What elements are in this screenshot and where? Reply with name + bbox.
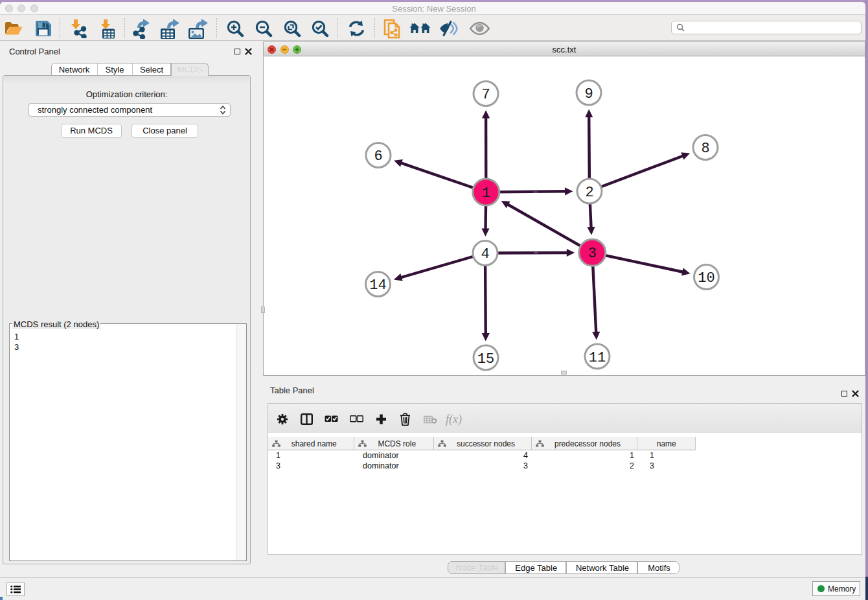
svg-text:3: 3 [588,246,597,262]
svg-text:1: 1 [482,185,490,202]
svg-text:11: 11 [589,350,606,366]
svg-text:10: 10 [698,270,714,286]
svg-text:15: 15 [477,351,494,367]
svg-text:14: 14 [369,277,386,294]
svg-text:7: 7 [481,87,490,103]
svg-text:6: 6 [374,148,382,165]
svg-text:4: 4 [481,246,489,262]
svg-text:2: 2 [585,185,593,201]
svg-text:8: 8 [701,141,709,157]
svg-text:9: 9 [584,86,593,102]
